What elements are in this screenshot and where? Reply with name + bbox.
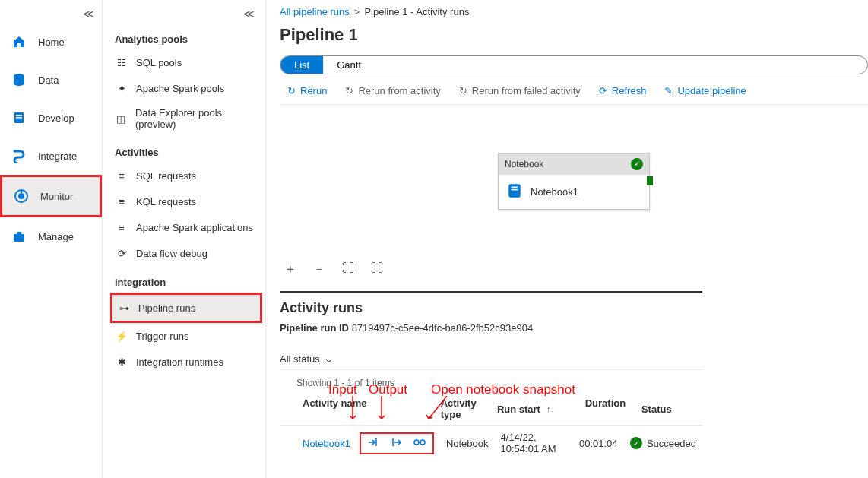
- view-toggle: List Gantt: [280, 55, 868, 74]
- nav-item-develop[interactable]: Develop: [0, 99, 102, 137]
- svg-point-5: [18, 193, 24, 199]
- status-cell: ✓ Succeeded: [624, 432, 702, 454]
- output-icon[interactable]: [390, 436, 402, 451]
- nav-label: Develop: [38, 112, 74, 124]
- refresh-icon: ⟳: [599, 85, 607, 97]
- cmd-refresh[interactable]: ⟳Refresh: [599, 85, 647, 97]
- activity-table-row: Notebook1 Notebook 4/14/22, 10:54:01 AM …: [280, 425, 702, 459]
- svg-rect-9: [512, 186, 518, 188]
- svg-rect-8: [508, 184, 520, 198]
- dataflow-debug-icon: ⟳: [115, 246, 128, 260]
- notebook-activity-card[interactable]: Notebook ✓ Notebook1: [498, 153, 650, 210]
- integrate-icon: [11, 147, 27, 164]
- nav-label: Monitor: [40, 191, 73, 202]
- chevron-left-icon: ≪: [243, 8, 255, 20]
- sql-pools-icon: ☷: [115, 55, 128, 69]
- col-run-start[interactable]: Run start↑↓: [491, 393, 579, 425]
- cmd-rerun-activity[interactable]: ↻Rerun from activity: [345, 85, 440, 97]
- subnav-dataflow-debug[interactable]: ⟳Data flow debug: [110, 240, 262, 266]
- svg-point-11: [414, 440, 419, 445]
- breadcrumb: All pipeline runs > Pipeline 1 - Activit…: [280, 3, 868, 25]
- col-activity-type[interactable]: Activity type: [435, 393, 491, 425]
- items-count: Showing 1 - 1 of 1 items: [280, 370, 702, 393]
- collapse-leftnav-button[interactable]: ≪: [0, 5, 102, 23]
- zoom-in-button[interactable]: ＋: [284, 261, 296, 277]
- input-icon[interactable]: [367, 436, 379, 451]
- zoom-reset-button[interactable]: ⛶: [342, 261, 354, 277]
- chevron-down-icon: ⌄: [325, 353, 333, 365]
- nav-item-home[interactable]: Home: [0, 23, 102, 61]
- breadcrumb-current: Pipeline 1 - Activity runs: [364, 6, 469, 17]
- view-gantt-button[interactable]: Gantt: [323, 56, 375, 74]
- cmd-rerun-failed[interactable]: ↻Rerun from failed activity: [459, 85, 581, 97]
- nav-item-monitor[interactable]: Monitor: [0, 175, 102, 217]
- zoom-out-button[interactable]: －: [313, 261, 325, 277]
- pipeline-runs-icon: ⊶: [117, 301, 131, 315]
- rerun-failed-icon: ↻: [459, 85, 467, 97]
- subnav-pipeline-runs[interactable]: ⊶Pipeline runs: [110, 293, 262, 323]
- rerun-activity-icon: ↻: [345, 85, 353, 97]
- trigger-runs-icon: ⚡: [115, 329, 128, 343]
- nav-label: Integrate: [38, 150, 77, 162]
- section-activities: Activities: [110, 136, 262, 163]
- svg-rect-3: [16, 117, 22, 119]
- spark-pools-icon: ✦: [115, 81, 128, 95]
- cmd-rerun[interactable]: ↻Rerun: [287, 85, 327, 97]
- col-activity-name[interactable]: Activity name: [296, 393, 435, 425]
- success-check-icon: ✓: [630, 437, 642, 449]
- col-duration[interactable]: Duration: [579, 393, 635, 425]
- card-name: Notebook1: [531, 186, 578, 198]
- integration-runtimes-icon: ✱: [115, 355, 128, 369]
- notebook-icon: [506, 182, 523, 201]
- sort-icon: ↑↓: [546, 404, 555, 413]
- nav-label: Data: [38, 74, 59, 86]
- svg-point-12: [420, 440, 425, 445]
- data-icon: [11, 71, 27, 88]
- subnav-trigger-runs[interactable]: ⚡Trigger runs: [110, 323, 262, 349]
- nav-item-integrate[interactable]: Integrate: [0, 137, 102, 175]
- subnav-data-explorer-pools[interactable]: ◫Data Explorer pools (preview): [110, 101, 262, 136]
- spark-apps-icon: ≡: [115, 220, 128, 234]
- status-filter[interactable]: All status ⌄: [280, 341, 702, 370]
- section-analytics-pools: Analytics pools: [110, 23, 262, 49]
- subnav-sql-pools[interactable]: ☷SQL pools: [110, 49, 262, 75]
- card-output-handle[interactable]: [647, 176, 653, 185]
- svg-rect-6: [14, 234, 24, 242]
- page-title: Pipeline 1: [280, 25, 868, 55]
- nav-item-data[interactable]: Data: [0, 61, 102, 99]
- manage-icon: [11, 228, 27, 245]
- run-start-cell: 4/14/22, 10:54:01 AM: [495, 427, 573, 459]
- breadcrumb-root[interactable]: All pipeline runs: [280, 6, 350, 17]
- edit-icon: ✎: [664, 85, 673, 97]
- subnav-sql-requests[interactable]: ≡SQL requests: [110, 163, 262, 188]
- pipeline-canvas[interactable]: Notebook ✓ Notebook1: [280, 105, 868, 257]
- breadcrumb-separator: >: [354, 6, 360, 17]
- view-list-button[interactable]: List: [280, 56, 323, 74]
- subnav-spark-pools[interactable]: ✦Apache Spark pools: [110, 75, 262, 101]
- subnav-integration-runtimes[interactable]: ✱Integration runtimes: [110, 349, 262, 375]
- kql-requests-icon: ≡: [115, 195, 128, 208]
- svg-rect-7: [17, 232, 21, 235]
- activity-runs-heading: Activity runs: [280, 293, 702, 322]
- collapse-subnav-button[interactable]: ≪: [110, 5, 262, 23]
- pipeline-run-id-value: 8719497c-c5ee-4dfc-ba86-2fb52c93e904: [352, 322, 534, 334]
- open-notebook-snapshot-icon[interactable]: [413, 436, 426, 451]
- svg-rect-2: [16, 115, 22, 116]
- home-icon: [11, 33, 27, 50]
- data-explorer-icon: ◫: [115, 112, 128, 125]
- activity-table-header: Activity name Activity type Run start↑↓ …: [280, 393, 702, 425]
- activity-type-cell: Notebook: [440, 433, 495, 454]
- col-status[interactable]: Status: [635, 393, 702, 425]
- section-integration: Integration: [110, 266, 262, 293]
- success-check-icon: ✓: [631, 158, 643, 170]
- main-content: All pipeline runs > Pipeline 1 - Activit…: [266, 0, 868, 478]
- activity-runs-section: Activity runs Pipeline run ID 8719497c-c…: [280, 291, 702, 459]
- subnav-kql-requests[interactable]: ≡KQL requests: [110, 188, 262, 214]
- card-type-label: Notebook: [505, 159, 543, 169]
- cmd-update-pipeline[interactable]: ✎Update pipeline: [664, 85, 746, 97]
- sql-requests-icon: ≡: [115, 169, 128, 182]
- subnav-spark-apps[interactable]: ≡Apache Spark applications: [110, 214, 262, 240]
- zoom-fit-button[interactable]: ⛶: [371, 261, 383, 277]
- nav-item-manage[interactable]: Manage: [0, 217, 102, 255]
- activity-name-link[interactable]: Notebook1: [303, 438, 350, 449]
